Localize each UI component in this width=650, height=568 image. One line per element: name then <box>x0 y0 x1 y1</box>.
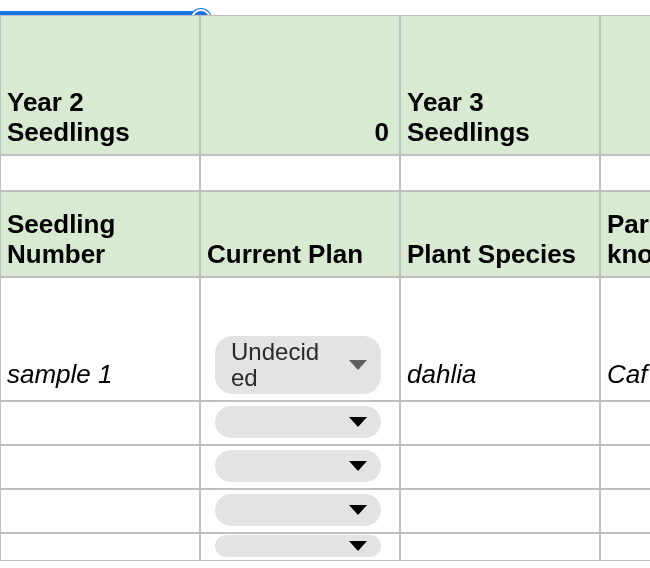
cell-current-plan[interactable] <box>200 445 400 489</box>
cell-current-plan[interactable]: Undecided <box>200 277 400 401</box>
col-header-parent[interactable]: Parkno <box>600 191 650 277</box>
chevron-down-icon <box>349 505 367 515</box>
summary-year2-label: Year 2Seedlings <box>7 88 130 148</box>
cell-parent[interactable] <box>600 489 650 533</box>
table-row <box>0 445 650 489</box>
summary-extra-cell[interactable] <box>600 15 650 155</box>
gap-cell[interactable] <box>200 155 400 191</box>
current-plan-dropdown[interactable] <box>215 535 381 557</box>
cell-plant-species[interactable] <box>400 401 600 445</box>
gap-row <box>0 155 650 191</box>
cell-current-plan[interactable] <box>200 533 400 561</box>
chevron-down-icon <box>349 417 367 427</box>
cell-plant-species[interactable] <box>400 445 600 489</box>
cell-seedling-number[interactable] <box>0 401 200 445</box>
table-row: sample 1 Undecided dahlia Caf <box>0 277 650 401</box>
chevron-down-icon <box>349 360 367 370</box>
cell-parent[interactable] <box>600 401 650 445</box>
cell-parent[interactable]: Caf <box>600 277 650 401</box>
col-header-plant-species[interactable]: Plant Species <box>400 191 600 277</box>
cell-seedling-number[interactable] <box>0 489 200 533</box>
cell-plant-species[interactable] <box>400 489 600 533</box>
table-row <box>0 533 650 561</box>
gap-cell[interactable] <box>400 155 600 191</box>
cell-parent[interactable] <box>600 533 650 561</box>
summary-year2-cell[interactable]: Year 2Seedlings <box>0 15 200 155</box>
spreadsheet-grid: Year 2Seedlings 0 Year 3Seedlings Seedli… <box>0 15 650 561</box>
cell-seedling-number[interactable] <box>0 445 200 489</box>
cell-plant-species[interactable]: dahlia <box>400 277 600 401</box>
gap-cell[interactable] <box>0 155 200 191</box>
cell-plant-species[interactable] <box>400 533 600 561</box>
chevron-down-icon <box>349 541 367 551</box>
cell-seedling-number[interactable]: sample 1 <box>0 277 200 401</box>
cell-current-plan[interactable] <box>200 489 400 533</box>
chevron-down-icon <box>349 461 367 471</box>
col-header-seedling-number[interactable]: SeedlingNumber <box>0 191 200 277</box>
cell-current-plan[interactable] <box>200 401 400 445</box>
summary-row: Year 2Seedlings 0 Year 3Seedlings <box>0 15 650 155</box>
gap-cell[interactable] <box>600 155 650 191</box>
summary-year3-label: Year 3Seedlings <box>407 88 530 148</box>
cell-seedling-number[interactable] <box>0 533 200 561</box>
summary-year3-cell[interactable]: Year 3Seedlings <box>400 15 600 155</box>
current-plan-dropdown[interactable]: Undecided <box>215 336 381 394</box>
table-row <box>0 489 650 533</box>
cell-parent[interactable] <box>600 445 650 489</box>
current-plan-dropdown[interactable] <box>215 406 381 438</box>
column-header-row: SeedlingNumber Current Plan Plant Specie… <box>0 191 650 277</box>
col-header-current-plan[interactable]: Current Plan <box>200 191 400 277</box>
current-plan-dropdown[interactable] <box>215 450 381 482</box>
summary-year2-value: 0 <box>375 117 389 148</box>
summary-year2-value-cell[interactable]: 0 <box>200 15 400 155</box>
current-plan-dropdown[interactable] <box>215 494 381 526</box>
table-row <box>0 401 650 445</box>
